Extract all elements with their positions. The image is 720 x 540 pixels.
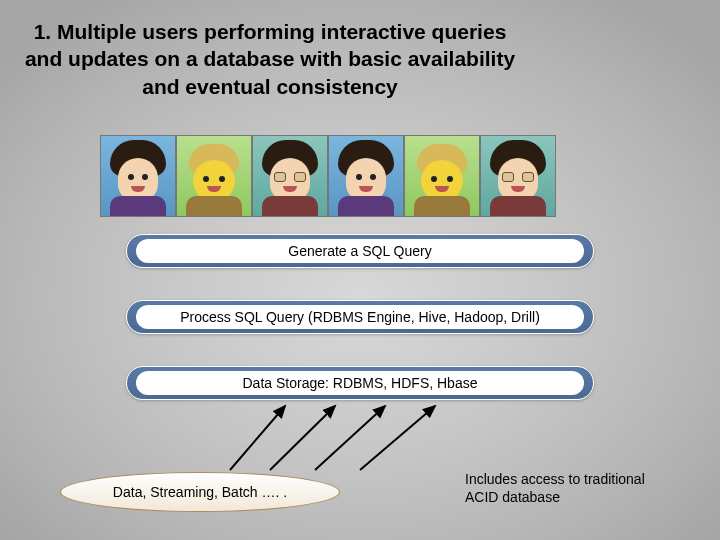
avatar-user-6 xyxy=(480,135,556,217)
source-ellipse: Data, Streaming, Batch …. . xyxy=(60,472,340,512)
footnote-acid: Includes access to traditional ACID data… xyxy=(465,470,675,506)
avatar-user-3 xyxy=(252,135,328,217)
user-avatar-row xyxy=(100,135,556,217)
svg-line-2 xyxy=(315,406,385,470)
avatar-user-2 xyxy=(176,135,252,217)
avatar-user-5 xyxy=(404,135,480,217)
layer-label: Process SQL Query (RDBMS Engine, Hive, H… xyxy=(136,305,583,329)
svg-line-3 xyxy=(360,406,435,470)
source-label: Data, Streaming, Batch …. . xyxy=(113,484,287,500)
arrows-source-to-storage xyxy=(200,400,460,480)
layer-data-storage: Data Storage: RDBMS, HDFS, Hbase xyxy=(126,366,594,400)
layer-process-query: Process SQL Query (RDBMS Engine, Hive, H… xyxy=(126,300,594,334)
layer-label: Generate a SQL Query xyxy=(136,239,583,263)
svg-line-1 xyxy=(270,406,335,470)
svg-line-0 xyxy=(230,406,285,470)
avatar-user-4 xyxy=(328,135,404,217)
layer-generate-query: Generate a SQL Query xyxy=(126,234,594,268)
avatar-user-1 xyxy=(100,135,176,217)
layer-label: Data Storage: RDBMS, HDFS, Hbase xyxy=(136,371,583,395)
slide-title: 1. Multiple users performing interactive… xyxy=(20,18,520,100)
